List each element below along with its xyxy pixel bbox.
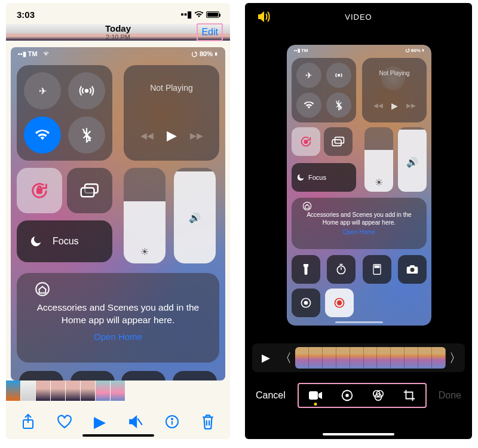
info-button[interactable] [165, 415, 179, 429]
favorite-button[interactable] [57, 415, 72, 429]
video-editor-screen: VIDEO ▪▪▮ TM ⭯ 80% ▮ ✈ Not Playing ◀◀▶▶▶ [245, 3, 472, 439]
prev-track-icon[interactable]: ◀◀ [140, 131, 154, 140]
share-button[interactable] [22, 414, 35, 429]
status-bar: 3:03 ▪▪▮ [6, 3, 230, 20]
editor-header: VIDEO [245, 3, 472, 30]
svg-point-33 [410, 268, 415, 272]
crop-tab[interactable] [403, 389, 416, 402]
thumbnail-strip[interactable] [6, 381, 230, 401]
home-indicator[interactable] [323, 433, 394, 435]
calculator-button[interactable] [121, 371, 166, 381]
wifi-button[interactable] [24, 116, 61, 154]
moon-icon [25, 231, 47, 252]
svg-rect-4 [81, 188, 94, 197]
airplane-mode-icon: ✈ [296, 63, 321, 88]
flashlight-mini [292, 255, 320, 284]
timeline-play-button[interactable]: ▶ [256, 351, 276, 364]
open-home-link[interactable]: Open Home [35, 332, 201, 342]
cellular-data-button[interactable] [68, 72, 105, 109]
play-icon[interactable]: ▶ [167, 128, 177, 143]
thumbnail[interactable] [6, 381, 20, 401]
home-icon [35, 281, 201, 297]
svg-rect-2 [37, 189, 41, 193]
svg-rect-32 [375, 266, 379, 268]
svg-point-0 [85, 90, 88, 92]
calculator-mini [363, 255, 391, 284]
bluetooth-button[interactable] [68, 116, 105, 154]
delete-button[interactable] [201, 414, 215, 429]
svg-line-21 [137, 419, 142, 425]
trim-handle-left[interactable]: 〈 [280, 350, 292, 366]
timeline-scrubber[interactable]: ▶ 〈 〉 [252, 343, 465, 372]
bluetooth-icon-mini [326, 93, 351, 118]
svg-point-37 [337, 300, 342, 305]
home-indicator-mini [335, 321, 383, 323]
focus-button-mini: Focus [292, 163, 356, 192]
battery-icon [206, 11, 219, 18]
thumbnail[interactable] [81, 381, 95, 401]
volume-icon: 🔊 [189, 212, 201, 223]
svg-point-5 [36, 283, 49, 296]
svg-point-24 [338, 75, 340, 76]
quick-buttons-row [17, 371, 219, 381]
timer-button[interactable] [71, 371, 115, 381]
edit-button[interactable]: Edit [197, 23, 223, 41]
edit-mode-tabs [298, 383, 427, 408]
wifi-icon-mini [296, 93, 321, 118]
wifi-icon [194, 11, 204, 18]
mute-button[interactable] [128, 415, 143, 429]
video-tab[interactable] [308, 390, 323, 401]
thumbnail[interactable] [21, 381, 35, 401]
svg-point-29 [303, 202, 311, 210]
orientation-lock-mini [292, 127, 320, 156]
clock: 3:03 [17, 10, 35, 20]
screen-mirroring-button[interactable] [67, 168, 112, 213]
thumbnail[interactable] [36, 381, 50, 401]
cc-status-bar: ▪▪▮ TM ⭯ 80% ▮ [11, 47, 225, 60]
thumbnail[interactable] [96, 381, 110, 401]
svg-rect-38 [309, 391, 318, 400]
sound-toggle-button[interactable] [257, 11, 271, 23]
connectivity-panel-mini: ✈ [292, 58, 356, 122]
thumbnail[interactable] [66, 381, 80, 401]
video-preview[interactable]: ▪▪▮ TM ⭯ 80% ▮ ✈ [11, 47, 225, 381]
home-panel-mini: Accessories and Scenes you add in the Ho… [292, 198, 427, 249]
home-panel[interactable]: Accessories and Scenes you add in the Ho… [17, 273, 219, 363]
thumbnail[interactable] [51, 381, 65, 401]
screen-mirroring-mini [324, 127, 353, 156]
volume-slider[interactable]: 🔊 [174, 168, 216, 263]
cancel-button[interactable]: Cancel [256, 390, 286, 401]
quick-buttons-mini [292, 255, 427, 284]
brightness-icon: ☀ [140, 246, 149, 257]
orientation-lock-button[interactable] [17, 168, 62, 213]
trim-handle-right[interactable]: 〉 [449, 350, 461, 366]
cellular-icon [326, 63, 351, 88]
now-playing-label: Not Playing [150, 83, 193, 93]
done-button[interactable]: Done [439, 390, 461, 401]
media-panel[interactable]: Not Playing ◀◀ ▶ ▶▶ [124, 65, 219, 161]
timer-mini [327, 255, 356, 284]
svg-point-23 [171, 419, 173, 420]
timeline-frames[interactable] [295, 347, 446, 369]
play-button[interactable]: ▶ [94, 413, 106, 431]
home-indicator[interactable] [82, 434, 154, 437]
adjust-tab[interactable] [341, 389, 354, 402]
editor-preview[interactable]: ▪▪▮ TM ⭯ 80% ▮ ✈ Not Playing ◀◀▶▶▶ ☀ 🔊 [287, 45, 431, 326]
connectivity-panel[interactable]: ✈ [17, 65, 112, 161]
camera-button[interactable] [173, 371, 217, 381]
home-text: Accessories and Scenes you add in the Ho… [35, 302, 201, 327]
thumbnail[interactable] [111, 381, 125, 401]
focus-button[interactable]: Focus [17, 220, 112, 262]
filters-tab[interactable] [372, 389, 385, 402]
status-right: ▪▪▮ [180, 9, 219, 20]
flashlight-button[interactable] [19, 371, 63, 381]
focus-label: Focus [53, 236, 79, 247]
brightness-slider[interactable]: ☀ [124, 168, 166, 263]
editor-title: VIDEO [345, 13, 372, 22]
next-track-icon[interactable]: ▶▶ [190, 131, 203, 140]
airplane-mode-button[interactable]: ✈ [24, 72, 61, 109]
signal-icon: ▪▪▮ [180, 9, 192, 20]
svg-rect-26 [305, 140, 308, 143]
nav-header: ‹ Today 2:10 PM Edit [6, 20, 230, 45]
svg-point-40 [346, 394, 348, 397]
